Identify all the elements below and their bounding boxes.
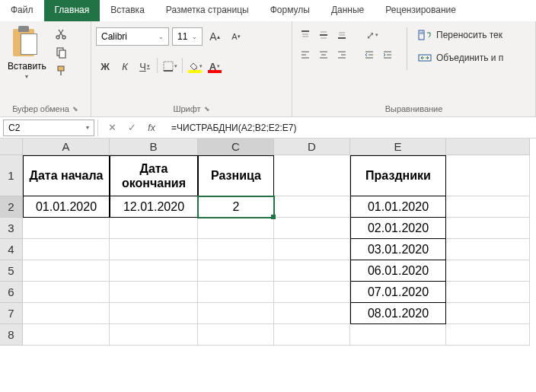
decrease-indent-button[interactable] — [361, 47, 378, 62]
align-middle-button[interactable] — [315, 27, 332, 43]
cell-C1[interactable]: Разница — [198, 155, 274, 196]
col-header-C[interactable]: C — [198, 139, 274, 155]
cell-F7[interactable] — [446, 303, 530, 324]
cell-A6[interactable] — [23, 282, 110, 303]
cell-D6[interactable] — [274, 282, 350, 303]
bold-button[interactable]: Ж — [96, 58, 114, 75]
cell-B1[interactable]: Дата окончания — [110, 155, 198, 196]
row-header[interactable]: 5 — [0, 260, 23, 282]
cell-D1[interactable] — [274, 155, 350, 196]
cell-B8[interactable] — [110, 324, 198, 346]
cell-A5[interactable] — [23, 260, 110, 282]
select-all-corner[interactable] — [0, 139, 23, 155]
col-header-E[interactable]: E — [350, 139, 446, 155]
col-header-A[interactable]: A — [23, 139, 110, 155]
tab-home[interactable]: Главная — [44, 0, 100, 21]
cell-C6[interactable] — [198, 282, 274, 303]
cell-A7[interactable] — [23, 303, 110, 324]
cell-E7[interactable]: 08.01.2020 — [350, 303, 446, 324]
cut-button[interactable] — [54, 27, 68, 41]
cell-A4[interactable] — [23, 239, 110, 260]
dialog-launcher-icon[interactable]: ⬊ — [204, 105, 210, 113]
cell-A3[interactable] — [23, 218, 110, 239]
decrease-font-button[interactable]: A▾ — [227, 28, 245, 45]
cell-E6[interactable]: 07.01.2020 — [350, 282, 446, 303]
cell-C3[interactable] — [198, 218, 274, 239]
format-painter-button[interactable] — [54, 64, 68, 78]
dialog-launcher-icon[interactable]: ⬊ — [72, 105, 78, 113]
col-header-B[interactable]: B — [110, 139, 198, 155]
cell-E3[interactable]: 02.01.2020 — [350, 218, 446, 239]
cell-D4[interactable] — [274, 239, 350, 260]
cell-E4[interactable]: 03.01.2020 — [350, 239, 446, 260]
cell-A8[interactable] — [23, 324, 110, 346]
fx-button[interactable]: fx — [142, 120, 161, 136]
cell-D3[interactable] — [274, 218, 350, 239]
cell-F5[interactable] — [446, 260, 530, 282]
tab-file[interactable]: Файл — [0, 0, 44, 21]
cell-F1[interactable] — [446, 155, 530, 196]
cell-F8[interactable] — [446, 324, 530, 346]
row-header[interactable]: 4 — [0, 239, 23, 260]
align-center-button[interactable] — [315, 47, 332, 62]
row-header[interactable]: 2 — [0, 196, 23, 218]
font-name-select[interactable]: Calibri ⌄ — [96, 27, 169, 46]
cell-F6[interactable] — [446, 282, 530, 303]
increase-font-button[interactable]: A▴ — [206, 28, 224, 45]
cell-D2[interactable] — [274, 196, 350, 218]
cell-F3[interactable] — [446, 218, 530, 239]
col-header-F[interactable] — [446, 139, 530, 155]
align-right-button[interactable] — [333, 47, 350, 62]
paste-button[interactable]: Вставить ▾ — [5, 24, 49, 81]
cell-A2[interactable]: 01.01.2020 — [23, 196, 110, 218]
col-header-D[interactable]: D — [274, 139, 350, 155]
cell-C2[interactable]: 2 — [198, 196, 274, 218]
cell-B7[interactable] — [110, 303, 198, 324]
orientation-button[interactable]: ⤢▾ — [361, 27, 384, 43]
tab-insert[interactable]: Вставка — [100, 0, 155, 21]
increase-indent-button[interactable] — [379, 47, 396, 62]
cell-F2[interactable] — [446, 196, 530, 218]
cell-D5[interactable] — [274, 260, 350, 282]
tab-data[interactable]: Данные — [321, 0, 375, 21]
cell-F4[interactable] — [446, 239, 530, 260]
font-color-button[interactable]: A▾ — [206, 58, 224, 75]
row-header[interactable]: 3 — [0, 218, 23, 239]
tab-pagelayout[interactable]: Разметка страницы — [155, 0, 260, 21]
align-bottom-button[interactable] — [333, 27, 350, 43]
fill-handle[interactable] — [271, 215, 276, 219]
align-top-button[interactable] — [297, 27, 314, 43]
cell-D8[interactable] — [274, 324, 350, 346]
borders-button[interactable]: ▾ — [161, 58, 179, 75]
copy-button[interactable] — [54, 46, 68, 59]
cell-C8[interactable] — [198, 324, 274, 346]
name-box[interactable]: C2 ▾ — [3, 120, 94, 136]
tab-formulas[interactable]: Формулы — [260, 0, 321, 21]
fill-color-button[interactable]: ▾ — [186, 58, 204, 75]
cell-B6[interactable] — [110, 282, 198, 303]
cell-B4[interactable] — [110, 239, 198, 260]
cell-E8[interactable] — [350, 324, 446, 346]
wrap-text-button[interactable]: ab Переносить тек — [418, 27, 503, 43]
cell-A1[interactable]: Дата начала — [23, 155, 110, 196]
tab-review[interactable]: Рецензирование — [375, 0, 467, 21]
cell-C7[interactable] — [198, 303, 274, 324]
row-header[interactable]: 1 — [0, 155, 23, 196]
italic-button[interactable]: К — [116, 58, 134, 75]
underline-button[interactable]: Ч▾ — [136, 58, 154, 75]
accept-formula-button[interactable]: ✓ — [123, 120, 141, 136]
cell-E2[interactable]: 01.01.2020 — [350, 196, 446, 218]
cell-B3[interactable] — [110, 218, 198, 239]
row-header[interactable]: 6 — [0, 282, 23, 303]
cell-B5[interactable] — [110, 260, 198, 282]
font-size-select[interactable]: 11 ⌄ — [172, 27, 203, 46]
align-left-button[interactable] — [297, 47, 314, 62]
cancel-formula-button[interactable]: ✕ — [103, 120, 121, 136]
cell-D7[interactable] — [274, 303, 350, 324]
row-header[interactable]: 8 — [0, 324, 23, 346]
cell-E5[interactable]: 06.01.2020 — [350, 260, 446, 282]
cell-C4[interactable] — [198, 239, 274, 260]
merge-center-button[interactable]: Объединить и п — [418, 50, 503, 65]
cell-E1[interactable]: Праздники — [350, 155, 446, 196]
row-header[interactable]: 7 — [0, 303, 23, 324]
